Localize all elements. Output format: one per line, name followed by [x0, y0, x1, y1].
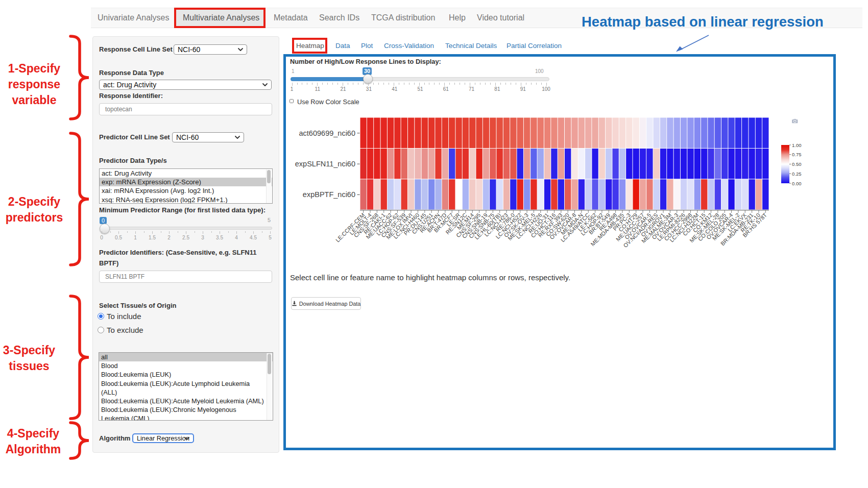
svg-text:expSLFN11_nci60: expSLFN11_nci60: [295, 160, 355, 168]
svg-text:1.00: 1.00: [792, 142, 802, 148]
svg-text:0.25: 0.25: [792, 171, 802, 177]
svg-text:0.00: 0.00: [792, 181, 802, 186]
svg-text:0.50: 0.50: [792, 161, 802, 167]
svg-text:expBPTF_nci60: expBPTF_nci60: [303, 190, 355, 199]
svg-text:act609699_nci60: act609699_nci60: [299, 129, 355, 137]
svg-text:0.75: 0.75: [792, 152, 802, 157]
